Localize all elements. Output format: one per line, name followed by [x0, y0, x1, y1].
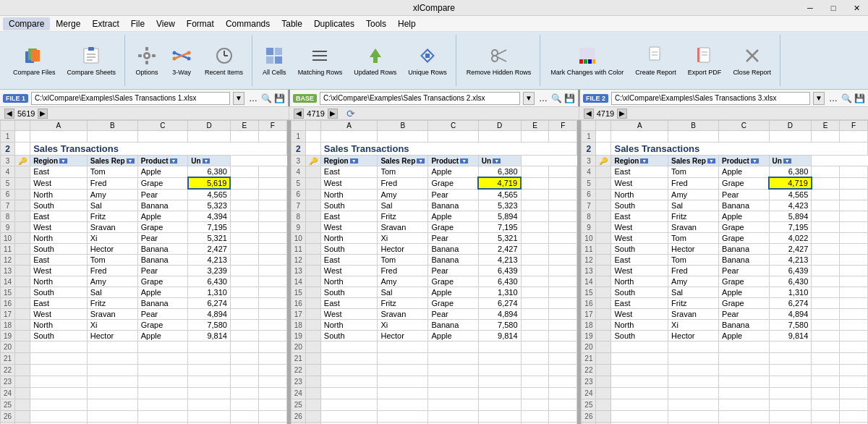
- cell[interactable]: Sales Rep▼: [87, 156, 137, 166]
- cell[interactable]: North: [320, 320, 378, 331]
- cell[interactable]: South: [611, 287, 668, 298]
- cell[interactable]: [812, 276, 840, 287]
- cell[interactable]: Sal: [378, 200, 428, 211]
- table-row[interactable]: 12EastTomBanana4,213: [291, 255, 577, 266]
- file-bar-action-icon[interactable]: 🔍: [260, 93, 272, 104]
- table-row[interactable]: 14NorthAmyGrape6,430: [291, 276, 577, 287]
- menu-item-compare[interactable]: Compare: [3, 17, 50, 30]
- cell[interactable]: [258, 166, 286, 178]
- ribbon-btn-create-report[interactable]: Create Report: [631, 41, 681, 80]
- cell[interactable]: Amy: [668, 189, 719, 200]
- cell[interactable]: 6,274: [188, 298, 231, 309]
- cell[interactable]: [258, 266, 286, 276]
- cell[interactable]: 4,213: [478, 255, 521, 266]
- col-header-B[interactable]: B: [378, 121, 428, 131]
- cell[interactable]: [230, 255, 258, 266]
- cell[interactable]: [549, 331, 577, 342]
- cell[interactable]: [258, 320, 286, 331]
- table-row[interactable]: 8EastFritzApple5,894: [582, 211, 868, 222]
- cell[interactable]: East: [320, 211, 378, 222]
- cell[interactable]: [549, 177, 577, 189]
- cell[interactable]: 6,274: [478, 298, 521, 309]
- col-header-F[interactable]: F: [258, 121, 286, 131]
- ribbon-btn-close-report[interactable]: Close Report: [728, 41, 775, 80]
- cell[interactable]: Fritz: [87, 298, 137, 309]
- cell[interactable]: 1,310: [478, 287, 521, 298]
- cell[interactable]: Sravan: [87, 222, 137, 233]
- cell[interactable]: [521, 200, 549, 211]
- table-row[interactable]: 3🔑Region▼Sales Rep▼Product▼Un▼: [1, 156, 287, 166]
- cell[interactable]: Amy: [87, 189, 137, 200]
- menu-item-tools[interactable]: Tools: [360, 17, 392, 30]
- cell[interactable]: 7,195: [769, 222, 812, 233]
- table-row[interactable]: 11SouthHectorBanana2,427: [582, 244, 868, 255]
- cell[interactable]: Tom: [87, 255, 137, 266]
- cell[interactable]: Banana: [137, 244, 187, 255]
- col-header-A[interactable]: A: [611, 121, 668, 131]
- cell[interactable]: Apple: [428, 211, 478, 222]
- cell[interactable]: 4,394: [188, 211, 231, 222]
- table-row[interactable]: 10NorthXiPear5,321: [1, 233, 287, 244]
- cell[interactable]: Xi: [378, 233, 428, 244]
- cell[interactable]: 6,274: [769, 298, 812, 309]
- cell[interactable]: Banana: [719, 320, 769, 331]
- table-row[interactable]: 14NorthAmyGrape6,430: [582, 276, 868, 287]
- cell[interactable]: 7,195: [478, 222, 521, 233]
- cell[interactable]: [549, 287, 577, 298]
- cell[interactable]: Un▼: [188, 156, 231, 166]
- cell[interactable]: West: [611, 222, 668, 233]
- cell[interactable]: 4,719: [769, 177, 812, 189]
- cell[interactable]: Grape: [428, 276, 478, 287]
- cell[interactable]: [230, 189, 258, 200]
- cell[interactable]: [840, 222, 868, 233]
- cell[interactable]: [258, 244, 286, 255]
- cell[interactable]: North: [611, 189, 668, 200]
- cell[interactable]: Pear: [428, 309, 478, 320]
- cell[interactable]: [840, 287, 868, 298]
- cell[interactable]: Grape: [137, 222, 187, 233]
- nav-next-btn-1[interactable]: ▶: [328, 109, 338, 119]
- cell[interactable]: [230, 331, 258, 342]
- ribbon-btn-updated-rows[interactable]: Updated Rows: [349, 41, 401, 80]
- cell[interactable]: [812, 266, 840, 276]
- table-row[interactable]: 15SouthSalApple1,310: [291, 287, 577, 298]
- cell[interactable]: Banana: [428, 320, 478, 331]
- table-row[interactable]: 16EastFritzBanana6,274: [1, 298, 287, 309]
- table-row[interactable]: 9WestSravanGrape7,195: [582, 222, 868, 233]
- cell[interactable]: West: [611, 266, 668, 276]
- cell[interactable]: Fred: [668, 177, 719, 189]
- col-header-A[interactable]: A: [320, 121, 378, 131]
- cell[interactable]: West: [320, 222, 378, 233]
- cell[interactable]: Apple: [137, 166, 187, 178]
- table-row[interactable]: 4EastTomApple6,380: [1, 166, 287, 178]
- cell[interactable]: Xi: [378, 320, 428, 331]
- cell[interactable]: Grape: [428, 298, 478, 309]
- cell[interactable]: [812, 287, 840, 298]
- cell[interactable]: 4,894: [188, 309, 231, 320]
- cell[interactable]: West: [30, 177, 88, 189]
- cell[interactable]: Sravan: [87, 309, 137, 320]
- table-row[interactable]: 16EastFritzGrape6,274: [582, 298, 868, 309]
- cell[interactable]: Amy: [87, 276, 137, 287]
- cell[interactable]: North: [320, 233, 378, 244]
- file-path-dropdown-0[interactable]: ▼: [233, 92, 244, 105]
- cell[interactable]: Apple: [719, 331, 769, 342]
- cell[interactable]: [549, 189, 577, 200]
- table-row[interactable]: 7SouthSalBanana5,323: [1, 200, 287, 211]
- cell[interactable]: [812, 309, 840, 320]
- cell[interactable]: [258, 309, 286, 320]
- cell[interactable]: South: [30, 287, 88, 298]
- cell[interactable]: [549, 255, 577, 266]
- cell[interactable]: 6,380: [478, 166, 521, 178]
- cell[interactable]: West: [611, 177, 668, 189]
- cell[interactable]: 6,430: [478, 276, 521, 287]
- table-row[interactable]: 11SouthHectorBanana2,427: [291, 244, 577, 255]
- cell[interactable]: Hector: [378, 244, 428, 255]
- cell[interactable]: Fritz: [87, 211, 137, 222]
- cell[interactable]: [840, 331, 868, 342]
- cell[interactable]: [549, 276, 577, 287]
- file-bar-action-icon[interactable]: …: [247, 93, 259, 104]
- cell[interactable]: Sravan: [378, 222, 428, 233]
- cell[interactable]: 6,439: [478, 266, 521, 276]
- cell[interactable]: [549, 266, 577, 276]
